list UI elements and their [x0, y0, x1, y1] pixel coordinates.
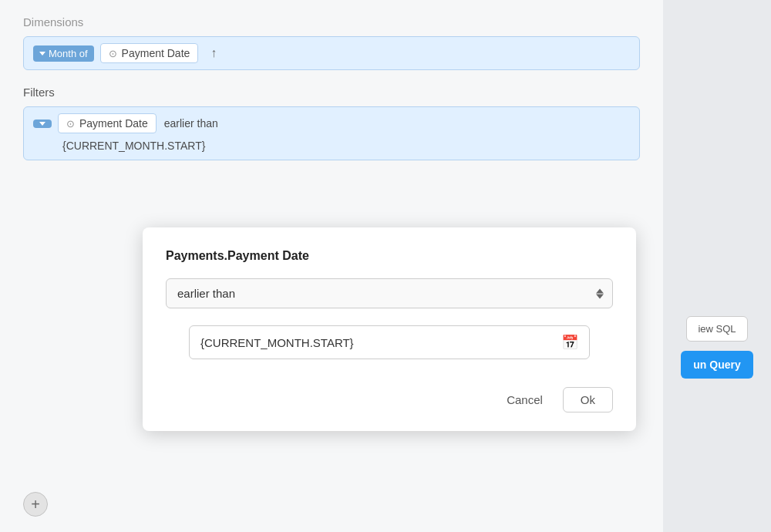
right-panel: iew SQL un Query [663, 0, 771, 532]
view-sql-button[interactable]: iew SQL [686, 316, 747, 342]
date-value-input[interactable] [200, 336, 554, 349]
condition-select[interactable]: earlier than later than on between is no… [166, 278, 613, 308]
run-query-button[interactable]: un Query [681, 351, 752, 379]
modal-title: Payments.Payment Date [166, 249, 613, 263]
run-query-label: un Query [693, 359, 740, 371]
cancel-button[interactable]: Cancel [499, 389, 550, 411]
view-sql-label: iew SQL [698, 323, 736, 335]
filter-edit-modal: Payments.Payment Date earlier than later… [143, 227, 636, 431]
date-input-row: 📅 [189, 325, 590, 359]
calendar-icon[interactable]: 📅 [561, 334, 578, 351]
ok-button[interactable]: Ok [563, 387, 613, 412]
main-panel: Dimensions Month of ⊙ Payment Date ↑ Fil… [0, 0, 663, 532]
condition-select-wrap: earlier than later than on between is no… [166, 278, 613, 308]
modal-footer: Cancel Ok [166, 381, 613, 412]
